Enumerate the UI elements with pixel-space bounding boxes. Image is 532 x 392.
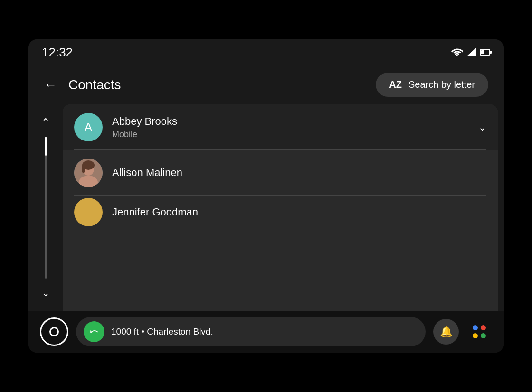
header: ← Contacts AZ Search by letter xyxy=(28,65,504,104)
notification-button[interactable]: 🔔 xyxy=(433,319,459,345)
turn-icon: ⤺ xyxy=(90,326,98,338)
battery-icon xyxy=(480,49,490,56)
avatar-photo xyxy=(74,159,103,187)
contact-info: Abbey Brooks Mobile xyxy=(112,115,473,140)
bell-icon: 🔔 xyxy=(440,326,453,338)
directions-text: 1000 ft • Charleston Blvd. xyxy=(111,327,213,337)
navigation-pill[interactable]: ⤺ 1000 ft • Charleston Blvd. xyxy=(76,317,426,346)
signal-icon xyxy=(466,48,476,56)
back-arrow-icon: ← xyxy=(44,77,57,93)
avatar xyxy=(74,159,103,187)
contact-name: Jennifer Goodman xyxy=(112,206,486,218)
status-bar: 12:32 xyxy=(28,39,504,65)
contact-info: Jennifer Goodman xyxy=(112,206,486,218)
dot-blue xyxy=(473,325,478,330)
contact-item[interactable]: A Abbey Brooks Mobile ⌄ xyxy=(63,104,498,150)
chevron-up-icon: ⌃ xyxy=(41,116,50,129)
google-dots-icon xyxy=(473,325,486,338)
scroll-track xyxy=(45,137,47,279)
contact-sub: Mobile xyxy=(112,130,473,140)
home-button[interactable] xyxy=(40,317,68,346)
body-area: ⌃ ⌄ A Abbey Brooks Mobil xyxy=(28,104,504,311)
avatar: A xyxy=(74,113,103,141)
contact-name: Abbey Brooks xyxy=(112,115,473,128)
status-icons xyxy=(451,48,490,56)
search-by-letter-label: Search by letter xyxy=(408,79,475,90)
contact-item[interactable]: Jennifer Goodman xyxy=(63,196,498,229)
avatar-initial: A xyxy=(85,121,92,134)
page-title: Contacts xyxy=(68,77,121,93)
dot-yellow xyxy=(473,333,478,338)
android-auto-screen: 12:32 ← Contacts AZ Search xyxy=(28,39,504,353)
svg-marker-0 xyxy=(466,48,476,56)
svg-rect-5 xyxy=(82,165,85,173)
contacts-list: A Abbey Brooks Mobile ⌄ xyxy=(63,104,498,311)
contact-item[interactable]: Allison Malinen xyxy=(63,150,498,196)
google-assistant-button[interactable] xyxy=(466,319,492,345)
contact-info: Allison Malinen xyxy=(112,167,486,179)
dot-red xyxy=(481,325,486,330)
scroll-up-button[interactable]: ⌃ xyxy=(35,112,56,133)
az-icon: AZ xyxy=(389,79,402,90)
home-icon xyxy=(49,327,59,336)
chevron-down-icon: ⌄ xyxy=(41,287,50,299)
bottom-bar: ⤺ 1000 ft • Charleston Blvd. 🔔 xyxy=(28,311,504,353)
directions-icon-circle: ⤺ xyxy=(84,321,104,342)
wifi-icon xyxy=(451,48,463,56)
avatar xyxy=(74,198,103,226)
dot-green xyxy=(481,333,486,338)
status-time: 12:32 xyxy=(42,45,73,60)
contact-name: Allison Malinen xyxy=(112,167,486,179)
main-content: ← Contacts AZ Search by letter ⌃ ⌄ xyxy=(28,65,504,311)
expand-icon: ⌄ xyxy=(478,121,486,133)
search-by-letter-button[interactable]: AZ Search by letter xyxy=(376,73,488,97)
scroll-indicator: ⌃ ⌄ xyxy=(28,104,63,311)
scroll-down-button[interactable]: ⌄ xyxy=(35,282,56,303)
back-button[interactable]: ← Contacts xyxy=(44,77,121,93)
scroll-thumb xyxy=(45,137,47,156)
